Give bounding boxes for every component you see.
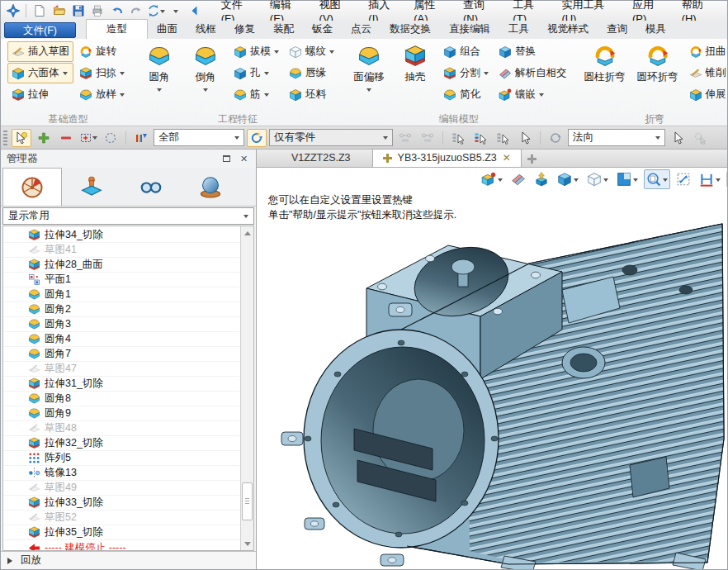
scroll-down-button[interactable]	[241, 538, 253, 550]
caret-down-icon[interactable]	[539, 93, 544, 99]
tree-item[interactable]: 圆角2	[3, 302, 239, 317]
torus-bend-button[interactable]: 圆环折弯	[632, 41, 683, 111]
hole-button[interactable]: 孔	[229, 63, 283, 83]
erase-blank-button[interactable]	[508, 169, 528, 189]
close-tab-icon[interactable]: ✕	[503, 152, 511, 164]
document-tab-active[interactable]: YB3-315juzuoSB5.Z3 ✕	[372, 149, 522, 167]
pick-list-button[interactable]	[448, 129, 468, 147]
chain-pick-button[interactable]	[395, 129, 415, 147]
caret-down-icon[interactable]	[203, 88, 208, 94]
caret-down-icon[interactable]	[120, 93, 125, 99]
pick-scope-combo[interactable]: 仅有零件	[269, 129, 393, 146]
tree-item[interactable]: 草图49	[3, 481, 239, 496]
view-layout-button[interactable]	[614, 169, 641, 189]
regen-button[interactable]	[147, 2, 165, 19]
divide-button[interactable]: 分割	[439, 63, 493, 83]
thread-button[interactable]: 螺纹	[285, 41, 338, 62]
tree-item[interactable]: 草图48	[3, 421, 239, 436]
zoom-fit-button[interactable]	[674, 169, 693, 189]
caret-down-icon[interactable]	[92, 136, 97, 142]
insert-sketch-button[interactable]: 插入草图	[7, 41, 73, 62]
caret-down-icon[interactable]	[574, 178, 579, 184]
tab-assembly-manager[interactable]	[62, 168, 121, 206]
caret-down-icon[interactable]	[157, 88, 162, 94]
history-stop-marker[interactable]: ----- 建模停止 -----	[3, 540, 239, 551]
wireframe-display-button[interactable]	[584, 169, 611, 189]
tree-scrollbar[interactable]	[240, 226, 253, 550]
extrude-button[interactable]: 拉伸	[7, 84, 73, 105]
tree-item[interactable]: 镜像13	[3, 466, 239, 481]
tree-item[interactable]: 拉伸35_切除	[3, 525, 239, 540]
draft-button[interactable]: 拔模	[229, 41, 283, 62]
tab-pointcloud[interactable]: 点云	[342, 20, 381, 39]
caret-down-icon[interactable]	[484, 72, 489, 78]
tree-item[interactable]: 草图52	[3, 511, 239, 525]
caret-down-icon[interactable]	[663, 178, 668, 184]
save-button[interactable]	[69, 2, 87, 19]
manager-restore-button[interactable]	[220, 154, 233, 164]
tab-visual-manager[interactable]	[181, 168, 240, 206]
align-view-button[interactable]	[532, 169, 551, 189]
caret-down-icon[interactable]	[498, 178, 503, 184]
window-pick-button[interactable]	[78, 129, 98, 147]
tab-visualstyle[interactable]: 视觉样式	[538, 20, 598, 39]
loft-button[interactable]: 放样	[75, 84, 129, 105]
remove-from-selection-button[interactable]	[56, 129, 76, 147]
caret-down-icon[interactable]	[603, 178, 608, 184]
file-menu-button[interactable]: 文件(F)	[4, 22, 76, 38]
new-tab-button[interactable]	[522, 154, 543, 167]
caret-down-icon[interactable]	[264, 93, 269, 99]
lip-button[interactable]: 唇缘	[285, 63, 338, 83]
reset-filter-button[interactable]	[247, 129, 267, 147]
color-filter-button[interactable]	[131, 129, 151, 147]
toolbar-options-button[interactable]	[167, 2, 184, 19]
tree-item[interactable]: 草图41	[3, 243, 239, 258]
stock-button[interactable]: 坯料	[285, 84, 338, 105]
normal-direction-combo[interactable]: 法向	[568, 129, 665, 146]
collapse-toolbar-button[interactable]	[186, 2, 203, 19]
twist-button[interactable]: 扭曲	[685, 41, 728, 62]
tree-item[interactable]: 平面1	[3, 273, 239, 287]
fillet-button[interactable]: 圆角	[137, 41, 182, 111]
pick-all-list-button[interactable]	[493, 129, 513, 147]
pick-filter-button[interactable]	[12, 129, 31, 147]
sweep-button[interactable]: 扫掠	[75, 63, 129, 83]
tree-item[interactable]: 拉伸33_切除	[3, 496, 239, 511]
new-document-button[interactable]	[31, 2, 48, 19]
tree-item[interactable]: 圆角1	[3, 287, 239, 302]
tree-item[interactable]: 拉伸28_曲面	[3, 258, 239, 273]
open-button[interactable]	[50, 2, 68, 19]
tab-history-manager[interactable]	[2, 168, 62, 206]
pick-cursor-button[interactable]	[668, 129, 688, 147]
redo-button[interactable]	[128, 2, 145, 19]
caret-down-icon[interactable]	[274, 50, 279, 56]
tab-repair[interactable]: 修复	[225, 20, 264, 39]
tab-mold[interactable]: 模具	[636, 20, 675, 39]
tab-shape[interactable]: 造型	[86, 19, 148, 39]
tab-directedit[interactable]: 直接编辑	[440, 20, 499, 39]
rib-button[interactable]: 筋	[229, 84, 283, 105]
box-button[interactable]: 六面体	[7, 63, 73, 83]
zoom-button[interactable]	[644, 169, 670, 189]
tab-surface[interactable]: 曲面	[148, 20, 187, 39]
print-button[interactable]	[89, 2, 106, 19]
orientation-button[interactable]	[546, 129, 565, 147]
toolbar-grip[interactable]	[3, 131, 7, 145]
taper-button[interactable]: 锥削	[685, 63, 728, 83]
tree-item[interactable]: 拉伸32_切除	[3, 436, 239, 451]
pick-last-button[interactable]	[515, 129, 535, 147]
tree-item[interactable]: 圆角9	[3, 406, 239, 421]
replay-bar[interactable]: 回放	[1, 551, 256, 569]
combine-button[interactable]: 组合	[439, 41, 493, 62]
tab-dataexchange[interactable]: 数据交换	[381, 20, 440, 39]
shaded-display-button[interactable]	[555, 169, 581, 189]
document-tab[interactable]: V1ZZT2S.Z3	[270, 150, 372, 167]
tree-item[interactable]: 圆角8	[3, 392, 239, 406]
scrollbar-thumb[interactable]	[242, 482, 253, 520]
material-mode-button[interactable]	[479, 169, 505, 189]
chamfer-button[interactable]: 倒角	[183, 41, 228, 111]
tree-item[interactable]: 拉伸31_切除	[3, 377, 239, 392]
tab-assembly[interactable]: 装配	[264, 20, 303, 39]
resolve-selfintersection-button[interactable]: 解析自相交	[494, 63, 571, 83]
tree-item[interactable]: 圆角4	[3, 332, 239, 347]
